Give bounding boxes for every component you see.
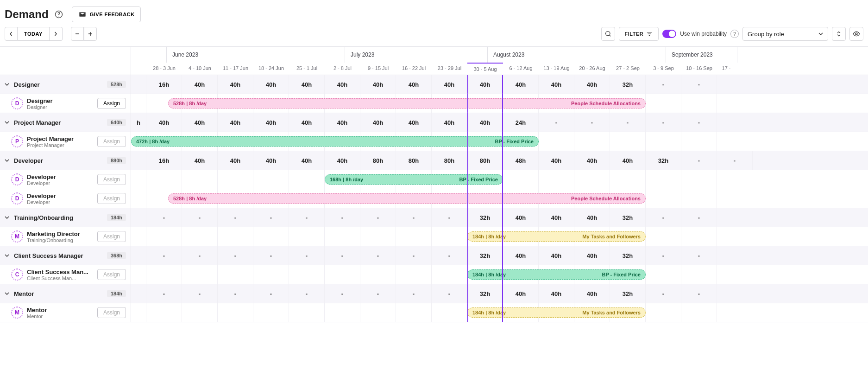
expand-all-button[interactable] xyxy=(832,27,846,41)
month-header: September 2023 xyxy=(666,47,737,63)
bar-hours: 472h | 8h /day xyxy=(136,139,170,144)
week-header: 11 - 17 Jun xyxy=(218,63,253,75)
assign-button[interactable]: Assign xyxy=(97,193,126,204)
hours-cell: 32h xyxy=(610,75,646,94)
hours-cell: - xyxy=(253,208,289,227)
hours-cell: 40h xyxy=(539,246,574,265)
hours-cell: 40h xyxy=(146,113,182,132)
zoom-in-button[interactable] xyxy=(84,27,97,41)
week-header: 10 - 16 Sep xyxy=(681,63,717,75)
groupby-label: Group by role xyxy=(748,31,784,38)
role-subtitle: Training/Onboarding xyxy=(27,237,97,243)
collapse-icon[interactable] xyxy=(3,253,11,258)
assign-button[interactable]: Assign xyxy=(97,136,126,147)
assign-button[interactable]: Assign xyxy=(97,231,126,242)
role-subtitle: Developer xyxy=(27,199,97,205)
visibility-button[interactable] xyxy=(849,27,863,41)
avatar: M xyxy=(11,230,23,243)
group-total: 528h xyxy=(107,81,126,88)
role-subtitle: Client Success Man... xyxy=(27,275,97,281)
allocation-bar[interactable]: 528h | 8h /dayPeople Schedule Allocation… xyxy=(168,193,646,204)
svg-point-3 xyxy=(855,33,857,35)
month-header: August 2023 xyxy=(488,47,666,63)
week-header: 28 - 3 Jun xyxy=(146,63,182,75)
filter-button[interactable]: FILTER xyxy=(619,27,659,41)
win-probability-toggle[interactable] xyxy=(662,30,676,38)
bar-project: BP - Fixed Price xyxy=(495,139,534,144)
hours-cell: 40h xyxy=(325,151,360,170)
hours-cell: 40h xyxy=(539,151,574,170)
group-name: Project Manager xyxy=(11,119,107,126)
bar-hours: 184h | 8h /day xyxy=(472,310,506,315)
give-feedback-button[interactable]: GIVE FEEDBACK xyxy=(72,6,141,22)
hours-cell: 80h xyxy=(360,151,396,170)
assign-button[interactable]: Assign xyxy=(97,269,126,280)
help-icon[interactable]: ? xyxy=(730,30,739,38)
collapse-icon[interactable] xyxy=(3,120,11,125)
next-button[interactable] xyxy=(50,27,63,41)
search-button[interactable] xyxy=(601,27,615,41)
role-subtitle: Developer xyxy=(27,180,97,186)
week-header: 17 - xyxy=(717,63,736,75)
svg-point-2 xyxy=(605,32,610,36)
hours-cell: - xyxy=(681,246,717,265)
help-icon[interactable] xyxy=(54,10,63,19)
hours-cell: 40h xyxy=(253,151,289,170)
envelope-icon xyxy=(78,10,87,19)
hours-cell: 40h xyxy=(574,284,610,303)
bar-project: My Tasks and Followers xyxy=(582,234,641,239)
hours-cell: 40h xyxy=(467,113,503,132)
assign-button[interactable]: Assign xyxy=(97,174,126,185)
prev-button[interactable] xyxy=(5,27,18,41)
avatar: P xyxy=(11,135,23,147)
today-button[interactable]: TODAY xyxy=(18,27,50,41)
zoom-out-button[interactable] xyxy=(71,27,84,41)
avatar: M xyxy=(11,307,23,319)
allocation-bar[interactable]: 184h | 8h /dayBP - Fixed Price xyxy=(467,269,646,280)
allocation-bar[interactable]: 184h | 8h /dayMy Tasks and Followers xyxy=(467,231,646,242)
role-subtitle: Designer xyxy=(27,104,97,110)
hours-cell: - xyxy=(574,113,610,132)
hours-cell: 32h xyxy=(467,246,503,265)
hours-cell: - xyxy=(681,113,717,132)
week-header: 13 - 19 Aug xyxy=(539,63,574,75)
groupby-select[interactable]: Group by role xyxy=(742,27,828,41)
hours-cell: 40h xyxy=(539,208,574,227)
week-header: 6 - 12 Aug xyxy=(503,63,539,75)
collapse-icon[interactable] xyxy=(3,291,11,296)
role-title: Developer xyxy=(27,173,97,180)
collapse-icon[interactable] xyxy=(3,215,11,220)
week-header: 4 - 10 Jun xyxy=(182,63,218,75)
hours-cell: - xyxy=(360,284,396,303)
hours-cell: 40h xyxy=(360,113,396,132)
group-name: Developer xyxy=(11,157,107,164)
group-total: 640h xyxy=(107,119,126,126)
role-title: Project Manager xyxy=(27,135,97,142)
role-title: Developer xyxy=(27,192,97,199)
allocation-bar[interactable]: 168h | 8h /dayBP - Fixed Price xyxy=(325,174,503,185)
week-header: 9 - 15 Jul xyxy=(360,63,396,75)
hours-cell: - xyxy=(646,246,681,265)
allocation-bar[interactable]: 184h | 8h /dayMy Tasks and Followers xyxy=(467,307,646,318)
hours-cell: - xyxy=(646,75,681,94)
collapse-icon[interactable] xyxy=(3,82,11,87)
assign-button[interactable]: Assign xyxy=(97,98,126,109)
week-header: 20 - 26 Aug xyxy=(574,63,610,75)
hours-cell: - xyxy=(325,246,360,265)
allocation-bar[interactable]: 528h | 8h /dayPeople Schedule Allocation… xyxy=(168,98,646,109)
hours-cell: 40h xyxy=(289,113,325,132)
hours-cell: - xyxy=(360,208,396,227)
bar-hours: 184h | 8h /day xyxy=(472,272,506,277)
hours-cell: 40h xyxy=(182,151,218,170)
allocation-bar[interactable]: 472h | 8h /dayBP - Fixed Price xyxy=(131,136,539,147)
filter-icon xyxy=(646,31,653,37)
hours-cell: 40h xyxy=(396,75,432,94)
group-name: Mentor xyxy=(11,290,107,297)
hours-cell: - xyxy=(646,284,681,303)
hours-cell: - xyxy=(146,208,182,227)
week-header: 30 - 5 Aug xyxy=(467,63,503,75)
collapse-icon[interactable] xyxy=(3,158,11,163)
assign-button[interactable]: Assign xyxy=(97,307,126,318)
hours-cell: 40h xyxy=(218,151,253,170)
hours-cell: 40h xyxy=(574,151,610,170)
